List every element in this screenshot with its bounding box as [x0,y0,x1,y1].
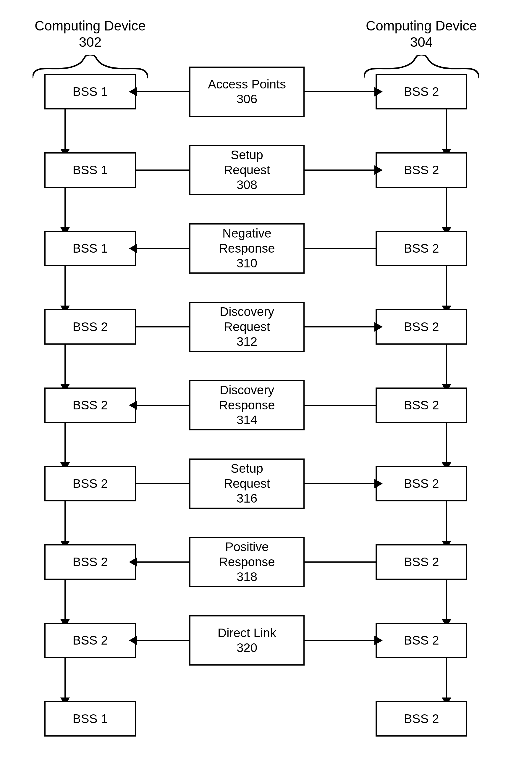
connector-line [305,326,376,327]
left-box-row7-label: BSS 2 [72,633,108,648]
header-right-ref: 304 [410,34,433,50]
left-box-row4-label: BSS 2 [72,398,108,413]
center-box-row3: Discovery Request 312 [189,302,305,352]
arrow-left-icon [129,87,137,96]
arrow-right-icon [374,87,383,96]
center-box-row4: Discovery Response 314 [189,380,305,431]
right-box-row4-label: BSS 2 [404,398,439,413]
left-box-row5: BSS 2 [44,466,136,502]
left-box-row2-label: BSS 1 [72,241,108,256]
right-box-row1: BSS 2 [376,152,467,188]
connector-line [305,405,376,406]
connector-line [64,188,66,228]
arrow-left-icon [129,401,137,410]
connector-line [305,640,376,641]
right-box-row2: BSS 2 [376,231,467,266]
right-box-row2-label: BSS 2 [404,241,439,256]
connector-line [446,266,447,307]
right-box-row8-label: BSS 2 [404,711,439,726]
center-box-row6: Positive Response 318 [189,537,305,587]
left-box-row5-label: BSS 2 [72,476,108,491]
right-box-row8: BSS 2 [376,701,467,737]
connector-line [64,423,66,464]
center-box-row2-label: Negative Response 310 [219,226,275,271]
header-right-title: Computing Device [366,18,477,33]
left-box-row7: BSS 2 [44,623,136,658]
right-box-row7: BSS 2 [376,623,467,658]
connector-line [136,640,189,641]
center-box-row2: Negative Response 310 [189,223,305,273]
right-box-row5: BSS 2 [376,466,467,502]
left-box-row8: BSS 1 [44,701,136,737]
center-box-row3-label: Discovery Request 312 [220,304,274,349]
connector-line [446,580,447,620]
right-box-row3: BSS 2 [376,309,467,344]
connector-line [64,502,66,542]
connector-line [136,562,189,563]
connector-line [446,658,447,699]
connector-line [136,483,189,484]
connector-line [446,109,447,150]
center-box-row7-label: Direct Link 320 [218,626,276,656]
left-box-row0: BSS 1 [44,74,136,109]
connector-line [446,423,447,464]
right-box-row7-label: BSS 2 [404,633,439,648]
center-box-row5-label: Setup Request 316 [224,461,270,506]
header-right: Computing Device304 [358,18,485,50]
center-box-row5: Setup Request 316 [189,459,305,509]
connector-line [305,562,376,563]
center-box-row1-label: Setup Request 308 [224,148,270,192]
connector-line [446,502,447,542]
left-box-row3: BSS 2 [44,309,136,344]
right-box-row0: BSS 2 [376,74,467,109]
right-box-row6-label: BSS 2 [404,555,439,570]
left-box-row3-label: BSS 2 [72,319,108,334]
connector-line [64,580,66,620]
left-box-row1: BSS 1 [44,152,136,188]
right-box-row4: BSS 2 [376,388,467,423]
left-box-row8-label: BSS 1 [72,711,108,726]
right-box-row6: BSS 2 [376,544,467,580]
arrow-left-icon [129,636,137,645]
connector-line [446,344,447,385]
arrow-right-icon [374,636,383,645]
arrow-left-icon [129,244,137,253]
right-box-row5-label: BSS 2 [404,476,439,491]
connector-line [305,248,376,249]
connector-line [64,344,66,385]
left-box-row6-label: BSS 2 [72,555,108,570]
connector-line [64,658,66,699]
left-box-row4: BSS 2 [44,388,136,423]
center-box-row4-label: Discovery Response 314 [219,383,275,428]
connector-line [136,248,189,249]
header-left-ref: 302 [79,34,102,50]
left-box-row2: BSS 1 [44,231,136,266]
connector-line [64,266,66,307]
left-box-row0-label: BSS 1 [72,84,108,99]
center-box-row0: Access Points 306 [189,67,305,117]
center-box-row0-label: Access Points 306 [208,77,286,107]
right-box-row1-label: BSS 2 [404,163,439,177]
arrow-left-icon [129,557,137,567]
connector-line [305,169,376,171]
connector-line [305,483,376,484]
left-box-row6: BSS 2 [44,544,136,580]
connector-line [446,188,447,228]
connector-line [64,109,66,150]
arrow-right-icon [374,322,383,331]
arrow-right-icon [374,165,383,175]
center-box-row7: Direct Link 320 [189,615,305,666]
connector-line [136,91,189,92]
right-box-row3-label: BSS 2 [404,319,439,334]
connector-line [136,169,189,171]
center-box-row1: Setup Request 308 [189,145,305,195]
arrow-right-icon [374,479,383,488]
left-box-row1-label: BSS 1 [72,163,108,177]
connector-line [305,91,376,92]
center-box-row6-label: Positive Response 318 [219,540,275,584]
header-left-title: Computing Device [35,18,146,33]
connector-line [136,326,189,327]
connector-line [136,405,189,406]
right-box-row0-label: BSS 2 [404,84,439,99]
header-left: Computing Device302 [27,18,154,50]
